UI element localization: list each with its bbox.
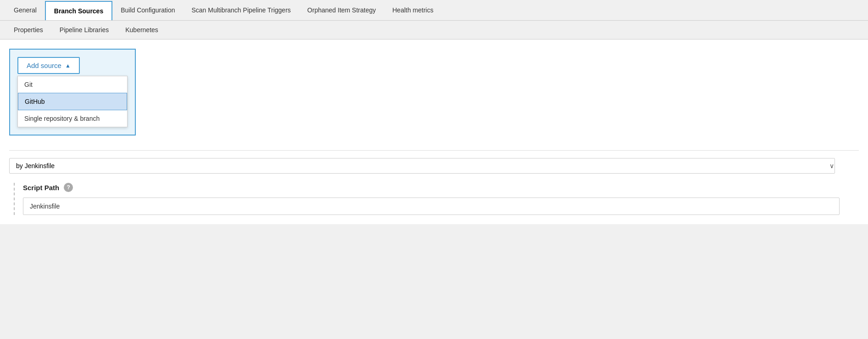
tab-build-configuration[interactable]: Build Configuration [112,0,183,20]
tab-general[interactable]: General [6,0,45,20]
tab-orphaned-item-strategy[interactable]: Orphaned Item Strategy [299,0,384,20]
dropdown-item-git[interactable]: Git [18,76,127,93]
arrow-up-icon: ▲ [65,62,71,69]
script-path-header: Script Path ? [23,183,859,192]
add-source-section: Add source ▲ Git GitHub Single repositor… [9,49,136,136]
select-wrapper: by Jenkinsfile by script path [9,158,840,174]
help-icon[interactable]: ? [64,183,73,192]
build-mode-select[interactable]: by Jenkinsfile by script path [9,158,835,174]
page-wrapper: General Branch Sources Build Configurati… [0,0,868,339]
add-source-dropdown: Git GitHub Single repository & branch [17,76,128,127]
select-row: by Jenkinsfile by script path [9,158,859,174]
script-path-label: Script Path [23,184,59,192]
tab-properties[interactable]: Properties [6,21,51,39]
tab-kubernetes[interactable]: Kubernetes [117,21,167,39]
script-path-section: Script Path ? [9,183,859,215]
tab-bar-top: General Branch Sources Build Configurati… [0,0,868,21]
tab-bar-bottom: Properties Pipeline Libraries Kubernetes [0,21,868,40]
tab-scan-multibranch[interactable]: Scan Multibranch Pipeline Triggers [183,0,299,20]
dropdown-item-github[interactable]: GitHub [18,93,127,110]
dropdown-item-single-repo-branch[interactable]: Single repository & branch [18,110,127,127]
dashed-border [14,183,15,215]
tab-health-metrics[interactable]: Health metrics [384,0,441,20]
add-source-label: Add source [27,62,61,69]
section-separator [9,150,859,151]
script-path-input[interactable] [23,198,840,215]
tab-pipeline-libraries[interactable]: Pipeline Libraries [51,21,117,39]
content-area: Add source ▲ Git GitHub Single repositor… [0,40,868,224]
add-source-button[interactable]: Add source ▲ [17,57,80,74]
tab-branch-sources[interactable]: Branch Sources [45,1,112,20]
